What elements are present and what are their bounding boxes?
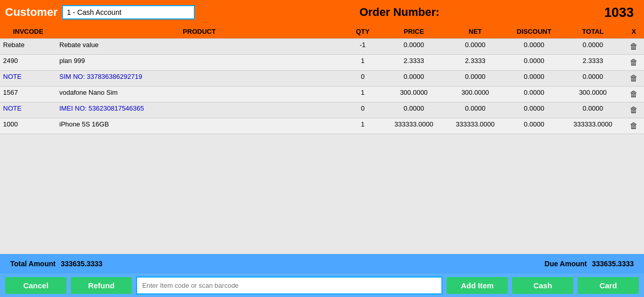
cell-net: 0.0000 <box>445 102 506 118</box>
cell-invcode: Rebate <box>0 39 56 54</box>
col-header-product: PRODUCT <box>56 27 342 36</box>
cell-net: 0.0000 <box>445 71 506 86</box>
cell-total: 333333.0000 <box>562 118 624 134</box>
cell-invcode: 1567 <box>0 87 56 102</box>
delete-row-button[interactable]: 🗑 <box>629 57 639 68</box>
table-row: NOTE SIM NO: 337836386292719 0 0.0000 0.… <box>0 71 644 87</box>
refund-button[interactable]: Refund <box>71 277 132 294</box>
col-header-price: PRICE <box>383 27 445 36</box>
cancel-button[interactable]: Cancel <box>5 277 66 294</box>
cell-discount: 0.0000 <box>506 71 562 86</box>
cell-qty: -1 <box>342 39 383 54</box>
cell-delete[interactable]: 🗑 <box>624 102 644 118</box>
cell-discount: 0.0000 <box>506 87 562 102</box>
table-row: 1567 vodafone Nano Sim 1 300.0000 300.00… <box>0 87 644 102</box>
due-amount-label: Due Amount <box>545 260 587 268</box>
cell-total: 0.0000 <box>562 39 624 54</box>
cell-price: 333333.0000 <box>383 118 445 134</box>
total-amount-value: 333635.3333 <box>61 260 545 268</box>
cell-net: 2.3333 <box>445 55 506 70</box>
cell-net: 0.0000 <box>445 39 506 54</box>
col-header-x: X <box>624 27 644 36</box>
cell-price: 0.0000 <box>383 102 445 118</box>
table-row: NOTE IMEI NO: 536230817546365 0 0.0000 0… <box>0 102 644 118</box>
delete-row-button[interactable]: 🗑 <box>629 120 639 132</box>
cell-total: 0.0000 <box>562 71 624 86</box>
cell-product: iPhone 5S 16GB <box>56 118 342 134</box>
col-header-qty: QTY <box>342 27 383 36</box>
barcode-input[interactable] <box>136 277 442 294</box>
cell-delete[interactable]: 🗑 <box>624 71 644 86</box>
col-header-discount: DISCOUNT <box>506 27 562 36</box>
cash-button[interactable]: Cash <box>512 277 573 294</box>
cell-product: IMEI NO: 536230817546365 <box>56 102 342 118</box>
cell-product: vodafone Nano Sim <box>56 87 342 102</box>
cell-qty: 1 <box>342 118 383 134</box>
cell-total: 2.3333 <box>562 55 624 70</box>
customer-label: Customer <box>5 6 58 19</box>
cell-qty: 0 <box>342 71 383 86</box>
cell-delete[interactable]: 🗑 <box>624 55 644 70</box>
cell-delete[interactable]: 🗑 <box>624 118 644 134</box>
action-bar: Cancel Refund Add Item Cash Card <box>0 273 644 297</box>
delete-row-button[interactable]: 🗑 <box>629 41 639 52</box>
order-number-label: Order Number: <box>195 6 604 19</box>
add-item-button[interactable]: Add Item <box>447 277 508 294</box>
delete-row-button[interactable]: 🗑 <box>629 89 639 100</box>
cell-product: plan 999 <box>56 55 342 70</box>
col-header-total: TOTAL <box>562 27 624 36</box>
cell-total: 300.0000 <box>562 87 624 102</box>
table-row: 2490 plan 999 1 2.3333 2.3333 0.0000 2.3… <box>0 55 644 71</box>
cell-product: SIM NO: 337836386292719 <box>56 71 342 86</box>
cell-price: 0.0000 <box>383 39 445 54</box>
table-row: Rebate Rebate value -1 0.0000 0.0000 0.0… <box>0 39 644 55</box>
col-header-invcode: INVCODE <box>0 27 56 36</box>
delete-row-button[interactable]: 🗑 <box>629 73 639 84</box>
footer-totals: Total Amount 333635.3333 Due Amount 3336… <box>0 254 644 273</box>
cell-invcode: NOTE <box>0 102 56 118</box>
order-number-value: 1033 <box>604 5 634 20</box>
table-row: 1000 iPhone 5S 16GB 1 333333.0000 333333… <box>0 118 644 134</box>
cell-qty: 0 <box>342 102 383 118</box>
cell-total: 0.0000 <box>562 102 624 118</box>
card-button[interactable]: Card <box>578 277 639 294</box>
cell-invcode: 2490 <box>0 55 56 70</box>
cell-qty: 1 <box>342 55 383 70</box>
cell-price: 0.0000 <box>383 71 445 86</box>
cell-qty: 1 <box>342 87 383 102</box>
cell-price: 300.0000 <box>383 87 445 102</box>
cell-price: 2.3333 <box>383 55 445 70</box>
cell-delete[interactable]: 🗑 <box>624 39 644 54</box>
cell-delete[interactable]: 🗑 <box>624 87 644 102</box>
cell-net: 333333.0000 <box>445 118 506 134</box>
customer-input[interactable] <box>62 5 195 19</box>
cell-invcode: NOTE <box>0 71 56 86</box>
cell-discount: 0.0000 <box>506 102 562 118</box>
total-amount-label: Total Amount <box>10 260 56 268</box>
table-header: INVCODE PRODUCT QTY PRICE NET DISCOUNT T… <box>0 25 644 39</box>
delete-row-button[interactable]: 🗑 <box>629 104 639 116</box>
cell-invcode: 1000 <box>0 118 56 134</box>
col-header-net: NET <box>445 27 506 36</box>
table-body: Rebate Rebate value -1 0.0000 0.0000 0.0… <box>0 39 644 254</box>
cell-discount: 0.0000 <box>506 55 562 70</box>
cell-net: 300.0000 <box>445 87 506 102</box>
header: Customer Order Number: 1033 <box>0 0 644 25</box>
cell-discount: 0.0000 <box>506 39 562 54</box>
cell-discount: 0.0000 <box>506 118 562 134</box>
due-amount-value: 333635.3333 <box>592 260 634 268</box>
cell-product: Rebate value <box>56 39 342 54</box>
